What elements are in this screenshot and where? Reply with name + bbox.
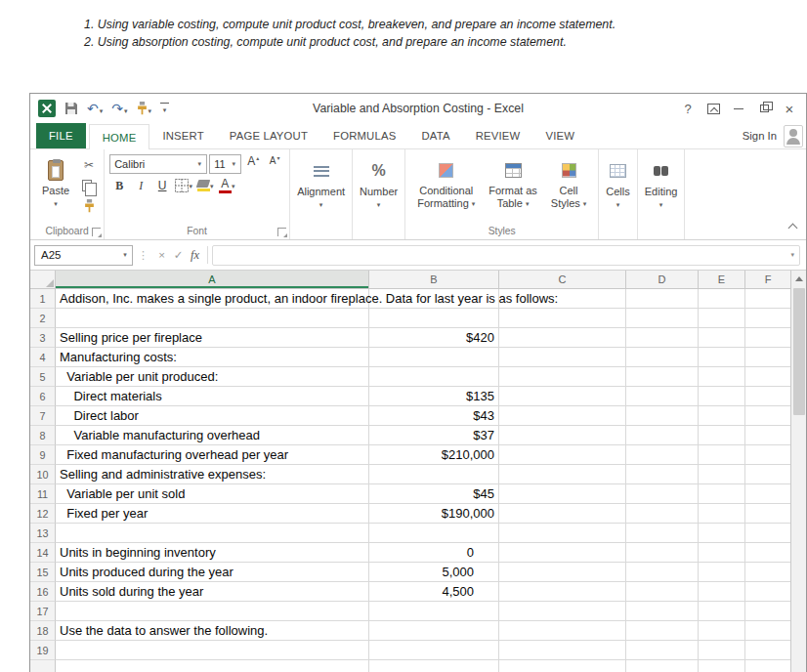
cell-A3[interactable]: Selling price per fireplace <box>56 328 369 348</box>
tab-data[interactable]: DATA <box>408 123 462 148</box>
excel-logo-icon[interactable] <box>38 100 56 117</box>
row-header-6[interactable]: 6 <box>30 387 56 406</box>
cell-E2[interactable] <box>699 309 745 328</box>
cell-D17[interactable] <box>626 602 699 621</box>
row-header-9[interactable]: 9 <box>30 445 56 465</box>
cell-partial[interactable] <box>499 660 626 672</box>
cell-D1[interactable] <box>626 289 699 309</box>
cell-A2[interactable] <box>56 309 369 328</box>
column-header-C[interactable]: C <box>499 271 626 288</box>
insert-function-button[interactable]: fx <box>187 248 203 263</box>
row-header-14[interactable]: 14 <box>30 543 56 563</box>
row-header-15[interactable]: 15 <box>30 563 56 582</box>
sign-in[interactable]: Sign In <box>743 123 806 148</box>
cell-C13[interactable] <box>499 524 626 543</box>
cell-F10[interactable] <box>745 465 790 484</box>
row-header-2[interactable]: 2 <box>30 309 56 328</box>
cell-E12[interactable] <box>699 504 745 524</box>
increase-font-size-button[interactable]: A ▴ <box>243 155 263 173</box>
cell-D15[interactable] <box>626 563 699 582</box>
cell-E5[interactable] <box>699 367 745 387</box>
cell-F2[interactable] <box>745 309 790 328</box>
cell-E10[interactable] <box>699 465 745 484</box>
tab-file[interactable]: FILE <box>36 123 86 148</box>
cell-F15[interactable] <box>745 563 790 582</box>
cut-button[interactable]: ✂ <box>79 156 99 174</box>
row-header-10[interactable]: 10 <box>30 465 56 484</box>
restore-button[interactable] <box>751 98 777 119</box>
cell-E1[interactable] <box>699 289 745 309</box>
row-header-17[interactable]: 17 <box>30 602 56 621</box>
fill-color-button[interactable]: ▾ <box>195 177 215 194</box>
font-color-button[interactable]: A ▾ <box>217 177 236 194</box>
decrease-font-size-button[interactable]: A ▾ <box>265 155 284 173</box>
cell-C2[interactable] <box>499 309 626 328</box>
cell-B3[interactable]: $420 <box>369 328 499 348</box>
tab-home[interactable]: HOME <box>89 124 150 149</box>
cell-D10[interactable] <box>626 465 699 484</box>
cell-B10[interactable] <box>369 465 499 484</box>
bold-button[interactable]: B <box>109 177 129 194</box>
cell-C12[interactable] <box>499 504 626 524</box>
cell-B4[interactable] <box>369 348 499 367</box>
font-name-combo[interactable]: Calibri ▾ <box>109 154 207 174</box>
cell-F1[interactable] <box>745 289 790 309</box>
editing-dropdown-button[interactable]: Editing ▾ <box>638 149 685 209</box>
cell-A13[interactable] <box>56 524 369 543</box>
name-box[interactable]: A25 ▾ <box>34 245 133 266</box>
vertical-scrollbar[interactable] <box>790 271 806 672</box>
cell-A14[interactable]: Units in beginning inventory <box>56 543 369 563</box>
cancel-button[interactable]: × <box>153 249 170 261</box>
cell-C8[interactable] <box>499 426 626 445</box>
cell-F17[interactable] <box>745 602 790 621</box>
conditional-formatting-button[interactable]: Conditional Formatting▾ <box>410 151 482 210</box>
cell-B14[interactable]: 0 <box>369 543 499 563</box>
row-header-11[interactable]: 11 <box>30 484 56 504</box>
cell-A9[interactable]: Fixed manufacturing overhead per year <box>56 445 369 465</box>
cell-A16[interactable]: Units sold during the year <box>56 582 369 602</box>
cell-E18[interactable] <box>699 621 745 641</box>
cell-D14[interactable] <box>626 543 699 563</box>
row-header-partial[interactable] <box>30 660 56 672</box>
cell-A11[interactable]: Variable per unit sold <box>56 484 369 504</box>
save-button[interactable] <box>64 102 78 115</box>
cell-partial[interactable] <box>369 660 499 672</box>
cells-dropdown-button[interactable]: Cells ▾ <box>599 149 636 209</box>
tab-review[interactable]: REVIEW <box>463 123 533 148</box>
cell-A4[interactable]: Manufacturing costs: <box>56 348 369 367</box>
cell-D3[interactable] <box>626 328 699 348</box>
cell-D9[interactable] <box>626 445 699 465</box>
cell-B8[interactable]: $37 <box>369 426 499 445</box>
underline-button[interactable]: U <box>152 177 172 194</box>
cell-E17[interactable] <box>699 602 745 621</box>
cell-C10[interactable] <box>499 465 626 484</box>
tab-view[interactable]: VIEW <box>532 123 587 148</box>
cell-F4[interactable] <box>745 348 790 367</box>
column-header-F[interactable]: F <box>745 271 790 288</box>
cell-F11[interactable] <box>745 484 790 504</box>
borders-button[interactable]: ▾ <box>174 177 193 194</box>
cell-E3[interactable] <box>699 328 745 348</box>
row-header-18[interactable]: 18 <box>30 621 56 641</box>
cell-B7[interactable]: $43 <box>369 406 499 426</box>
cell-C9[interactable] <box>499 445 626 465</box>
paste-button[interactable]: Paste ▾ <box>35 151 76 208</box>
cell-C18[interactable] <box>499 621 626 641</box>
row-header-8[interactable]: 8 <box>30 426 56 445</box>
cell-F12[interactable] <box>745 504 790 524</box>
row-header-7[interactable]: 7 <box>30 406 56 426</box>
cell-D7[interactable] <box>626 406 699 426</box>
cell-D11[interactable] <box>626 484 699 504</box>
row-header-12[interactable]: 12 <box>30 504 56 524</box>
row-header-16[interactable]: 16 <box>30 582 56 602</box>
undo-button[interactable]: ↶ ▾ <box>87 102 103 115</box>
cell-D18[interactable] <box>626 621 699 641</box>
cell-B13[interactable] <box>369 524 499 543</box>
cell-E16[interactable] <box>699 582 745 602</box>
row-header-4[interactable]: 4 <box>30 348 56 367</box>
font-dialog-launcher[interactable] <box>277 228 286 236</box>
row-header-13[interactable]: 13 <box>30 524 56 543</box>
cell-C4[interactable] <box>499 348 626 367</box>
tab-page-layout[interactable]: PAGE LAYOUT <box>217 123 320 148</box>
cell-E9[interactable] <box>699 445 745 465</box>
